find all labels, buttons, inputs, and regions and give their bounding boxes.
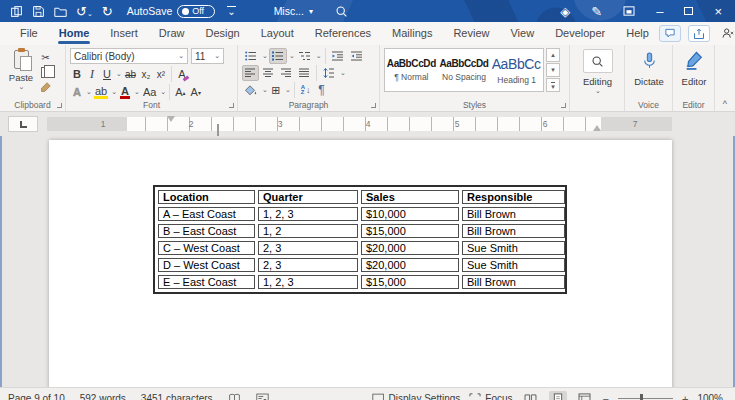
minimize-button[interactable]: – xyxy=(656,5,663,18)
line-spacing-button[interactable] xyxy=(320,65,338,81)
autosave-control[interactable]: AutoSave Off xyxy=(127,5,216,18)
decrease-indent-button[interactable] xyxy=(329,48,347,64)
open-icon[interactable] xyxy=(54,5,67,18)
tab-developer[interactable]: Developer xyxy=(545,23,615,44)
dictate-button[interactable]: Dictate xyxy=(629,48,669,87)
tab-mailings[interactable]: Mailings xyxy=(382,23,442,44)
tab-view[interactable]: View xyxy=(500,23,544,44)
tab-file[interactable]: File xyxy=(10,23,48,44)
first-line-indent-marker[interactable] xyxy=(167,116,175,122)
table-header-cell[interactable]: Responsible xyxy=(462,190,565,204)
shading-caret-icon[interactable]: ⌄ xyxy=(262,86,268,94)
style-normal[interactable]: AaBbCcDd ¶ Normal xyxy=(385,49,438,91)
styles-scroll-down-icon[interactable]: ▾ xyxy=(546,63,560,77)
align-center-button[interactable] xyxy=(260,65,277,81)
copy-icon[interactable] xyxy=(38,65,53,79)
bullet-list-button[interactable] xyxy=(242,48,260,64)
change-case-button[interactable]: Aa xyxy=(141,84,158,100)
table-cell[interactable]: A – East Coast xyxy=(158,207,255,221)
editing-caret-icon[interactable]: ⌄ xyxy=(595,87,601,95)
web-layout-view-button[interactable] xyxy=(576,391,594,400)
table-header-cell[interactable]: Sales xyxy=(361,190,459,204)
read-mode-view-button[interactable] xyxy=(522,391,540,400)
word-count[interactable]: 592 words xyxy=(80,393,126,400)
bold-button[interactable]: B xyxy=(70,66,84,82)
collapse-ribbon-icon[interactable]: ^ xyxy=(723,99,727,109)
table-cell[interactable]: E – East Coast xyxy=(158,275,255,289)
proofing-icon[interactable] xyxy=(228,393,241,400)
table-cell[interactable]: Sue Smith xyxy=(462,258,565,272)
horizontal-ruler[interactable]: 1 2 3 4 5 6 7 xyxy=(47,117,672,131)
tab-draw[interactable]: Draw xyxy=(149,23,195,44)
table-cell[interactable]: $20,000 xyxy=(361,241,459,255)
font-size-combobox[interactable]: 11 ⌄ xyxy=(191,48,224,64)
search-icon[interactable] xyxy=(335,5,348,18)
paste-icon[interactable] xyxy=(10,5,23,18)
character-count[interactable]: 3451 characters xyxy=(141,393,213,400)
paragraph-dialog-launcher[interactable] xyxy=(371,103,376,108)
underline-caret-icon[interactable]: ⌄ xyxy=(116,70,122,78)
style-heading-1[interactable]: AaBbCc Heading 1 xyxy=(490,49,543,91)
superscript-button[interactable]: x² xyxy=(154,66,168,82)
borders-caret-icon[interactable]: ⌄ xyxy=(285,86,291,94)
table-cell[interactable]: 1, 2, 3 xyxy=(258,207,358,221)
document-page[interactable]: Location Quarter Sales Responsible A – E… xyxy=(49,140,672,400)
maximize-button[interactable] xyxy=(684,7,693,15)
table-header-cell[interactable]: Quarter xyxy=(258,190,358,204)
presence-people-icon[interactable] xyxy=(717,25,735,42)
table-cell[interactable]: C – West Coast xyxy=(158,241,255,255)
paste-caret-icon[interactable]: ⌄ xyxy=(19,83,25,91)
table-cell[interactable]: Bill Brown xyxy=(462,275,565,289)
underline-button[interactable]: U xyxy=(100,66,114,82)
font-size-caret-icon[interactable]: ⌄ xyxy=(214,52,220,60)
table-cell[interactable]: Sue Smith xyxy=(462,241,565,255)
clipboard-dialog-launcher[interactable] xyxy=(57,103,62,108)
zoom-level[interactable]: 100% xyxy=(697,393,723,400)
font-name-caret-icon[interactable]: ⌄ xyxy=(178,52,184,60)
table-cell[interactable]: B – East Coast xyxy=(158,224,255,238)
subscript-button[interactable]: x₂ xyxy=(139,66,153,82)
editing-button[interactable]: Editing ⌄ xyxy=(574,48,621,95)
shading-button[interactable] xyxy=(242,82,260,98)
tab-references[interactable]: References xyxy=(305,23,381,44)
zoom-slider[interactable] xyxy=(618,398,673,399)
tab-home[interactable]: Home xyxy=(49,23,100,44)
tab-stop-selector[interactable] xyxy=(8,116,38,132)
pen-icon[interactable]: ✎ xyxy=(591,5,602,18)
numbered-list-button[interactable] xyxy=(269,48,287,64)
document-title[interactable]: Misc... ▾ xyxy=(274,5,313,17)
multilevel-list-button[interactable] xyxy=(296,48,314,64)
format-painter-icon[interactable] xyxy=(38,80,53,94)
style-no-spacing[interactable]: AaBbCcDd No Spacing xyxy=(438,49,491,91)
tab-insert[interactable]: Insert xyxy=(100,23,148,44)
font-color-caret-icon[interactable]: ⌄ xyxy=(134,88,140,96)
table-cell[interactable]: Bill Brown xyxy=(462,207,565,221)
comments-icon[interactable] xyxy=(659,25,681,42)
zoom-slider-thumb[interactable] xyxy=(640,394,643,400)
font-name-combobox[interactable]: Calibri (Body) ⌄ xyxy=(70,48,188,64)
tab-help[interactable]: Help xyxy=(616,23,659,44)
premium-diamond-icon[interactable]: ◈ xyxy=(560,5,570,18)
highlight-caret-icon[interactable]: ⌄ xyxy=(111,88,117,96)
font-dialog-launcher[interactable] xyxy=(229,103,234,108)
autosave-toggle[interactable]: Off xyxy=(177,5,215,18)
text-effects-button[interactable]: A xyxy=(70,84,84,100)
show-paragraph-marks-button[interactable]: ¶ xyxy=(315,82,329,98)
borders-button[interactable]: ⊞ xyxy=(269,82,283,98)
table-cell[interactable]: 1, 2, 3 xyxy=(258,275,358,289)
ribbon-options-icon[interactable] xyxy=(623,6,635,16)
table-cell[interactable]: $20,000 xyxy=(361,258,459,272)
paste-button[interactable]: Paste ⌄ xyxy=(4,48,38,98)
increase-indent-button[interactable] xyxy=(348,48,366,64)
zoom-in-button[interactable]: + xyxy=(682,393,688,400)
justify-button[interactable] xyxy=(296,65,313,81)
clear-formatting-button[interactable]: A xyxy=(175,66,189,82)
table-cell[interactable]: 1, 2 xyxy=(258,224,358,238)
tab-review[interactable]: Review xyxy=(443,23,499,44)
page-count[interactable]: Page 9 of 10 xyxy=(8,393,65,400)
font-color-button[interactable]: A xyxy=(118,84,132,100)
tab-design[interactable]: Design xyxy=(195,23,249,44)
table-header-cell[interactable]: Location xyxy=(158,190,255,204)
italic-button[interactable]: I xyxy=(85,66,99,82)
zoom-out-button[interactable]: − xyxy=(603,393,609,400)
